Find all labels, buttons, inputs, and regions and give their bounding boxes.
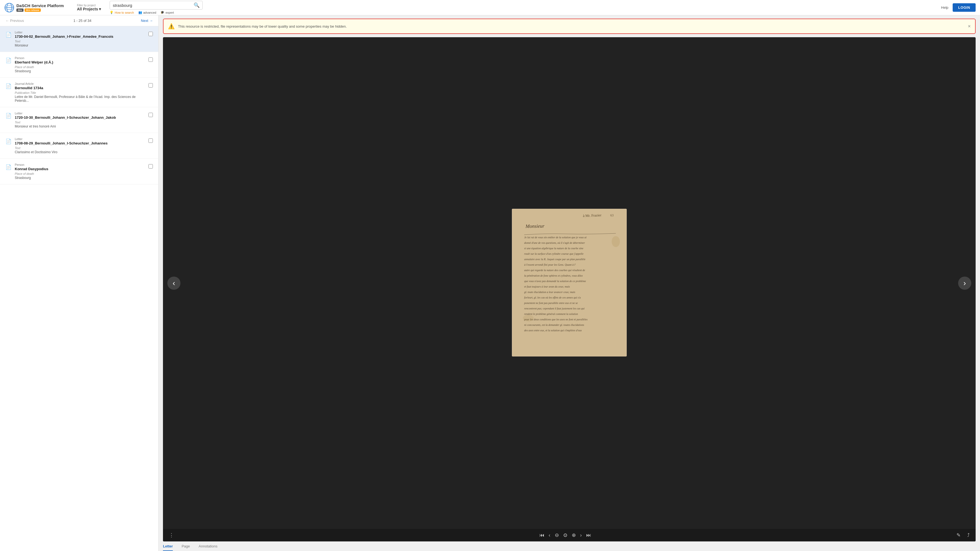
project-filter-dropdown[interactable]: All Projects ▾ <box>77 7 101 11</box>
svg-text:rencontrent pas; cependant il : rencontrent pas; cependant il faut juste… <box>524 307 585 310</box>
svg-text:Monsieur: Monsieur <box>525 223 545 229</box>
svg-rect-5 <box>512 209 626 356</box>
result-title: 1730-04-02_Bernoulli_Johann_I-Frezier_Am… <box>15 35 145 38</box>
list-item[interactable]: 📄 Person Konrad Dasypodius Place of deat… <box>0 159 158 185</box>
list-item[interactable]: 📄 Letter 1720-10-30_Bernoulli_Johann_I-S… <box>0 107 158 133</box>
result-preview: Strasbourg <box>15 69 145 73</box>
viewer-prev-button[interactable]: ‹ <box>167 277 180 290</box>
result-type: Letter <box>15 111 145 115</box>
result-subtitle: Publication Title <box>15 91 145 94</box>
list-item[interactable]: 📄 Person Eberhard Welper (d.Ä.) Place of… <box>0 52 158 78</box>
result-checkbox[interactable] <box>148 164 153 170</box>
result-checkbox-input[interactable] <box>148 113 153 117</box>
results-list: 📄 Letter 1730-04-02_Bernoulli_Johann_I-F… <box>0 26 158 551</box>
document-icon: 📄 <box>5 164 11 170</box>
result-preview: Strasbourg <box>15 176 145 180</box>
result-checkbox-input[interactable] <box>148 32 153 36</box>
tab-page[interactable]: Page <box>181 544 190 551</box>
next-button[interactable]: Next → <box>141 19 153 23</box>
help-link[interactable]: Help <box>941 5 948 10</box>
warning-icon: ⚠️ <box>168 23 175 30</box>
manuscript-wrapper: à Mr. Frazier 63 Monsieur Je lui rai de … <box>512 209 627 358</box>
svg-text:63: 63 <box>610 213 614 217</box>
svg-text:ni concourants, est la demande: ni concourants, est la demander gl. tout… <box>524 323 584 326</box>
document-icon: 📄 <box>5 32 11 38</box>
svg-text:des axes entre eux, et la solu: des axes entre eux, et la solution qui s… <box>524 329 582 332</box>
result-type: Person <box>15 56 145 60</box>
svg-text:que vous n'avez pas demandé la: que vous n'avez pas demandé la solution … <box>524 280 586 283</box>
result-checkbox[interactable] <box>148 57 153 63</box>
search-area: 🔍 💡 How to search 👥 advanced 🎓 expert <box>110 1 203 14</box>
svg-text:Je lui rai de vous sin entêter: Je lui rai de vous sin entêter de la sol… <box>524 236 587 239</box>
search-input-wrapper: 🔍 <box>110 1 203 10</box>
search-input[interactable] <box>113 3 194 8</box>
result-title: Eberhard Welper (d.Ä.) <box>15 60 145 64</box>
result-checkbox-input[interactable] <box>148 83 153 88</box>
list-item[interactable]: 📄 Letter 1730-04-02_Bernoulli_Johann_I-F… <box>0 26 158 52</box>
advanced-search-mode[interactable]: 👥 advanced <box>138 11 156 14</box>
result-checkbox-input[interactable] <box>148 57 153 62</box>
list-item[interactable]: 📄 Letter 1708-08-29_Bernoulli_Johann_I-S… <box>0 133 158 159</box>
result-checkbox[interactable] <box>148 32 153 37</box>
viewer-last-page-button[interactable]: ⏭ <box>585 531 593 539</box>
search-hints: 💡 How to search 👥 advanced 🎓 expert <box>110 11 203 14</box>
svg-text:la pénétration de fone sphères: la pénétration de fone sphères et cylind… <box>524 274 583 277</box>
result-type: Journal Article <box>15 82 145 85</box>
viewer-next-button[interactable]: › <box>958 277 971 290</box>
svg-text:forleurt, gl. les cas où les e: forleurt, gl. les cas où les effets de c… <box>524 296 581 299</box>
result-content: Person Konrad Dasypodius Place of death … <box>15 163 145 180</box>
logo-text: DaSCH Service Platform <box>16 3 64 8</box>
viewer-image-area: ‹ <box>163 37 975 529</box>
result-type: Letter <box>15 137 145 141</box>
toolbar-right: ✎ ⤴ <box>955 531 971 539</box>
result-checkbox[interactable] <box>148 83 153 89</box>
list-item[interactable]: 📄 Journal Article Bernoullid 1734a Publi… <box>0 78 158 107</box>
result-subtitle: Text <box>15 121 145 124</box>
banner-close-button[interactable]: × <box>968 24 971 29</box>
viewer-prev-page-button[interactable]: ‹ <box>547 531 552 539</box>
viewer-container: ‹ <box>163 37 975 541</box>
result-checkbox[interactable] <box>148 139 153 144</box>
tab-annotations[interactable]: Annotations <box>199 544 218 551</box>
viewer-fullscreen-button[interactable]: ⤴ <box>966 531 971 539</box>
pagination-bar: ← Previous 1 - 25 of 34 Next → <box>0 15 158 26</box>
result-title: 1720-10-30_Bernoulli_Johann_I-Scheuchzer… <box>15 115 145 119</box>
viewer-first-page-button[interactable]: ⏮ <box>538 531 546 539</box>
result-checkbox-input[interactable] <box>148 164 153 169</box>
result-subtitle: Text <box>15 147 145 150</box>
viewer-zoom-out-button[interactable]: ⊖ <box>553 531 560 539</box>
viewer-zoom-fit-button[interactable]: ⊙ <box>562 531 569 539</box>
result-type: Person <box>15 163 145 166</box>
result-subtitle: Place of death <box>15 65 145 68</box>
manuscript-image: à Mr. Frazier 63 Monsieur Je lui rai de … <box>512 209 627 357</box>
viewer-next-page-button[interactable]: › <box>579 531 584 539</box>
result-checkbox[interactable] <box>148 113 153 118</box>
svg-text:ponentent ne font pas parallèl: ponentent ne font pas parallèle entre eu… <box>524 301 578 304</box>
result-content: Journal Article Bernoullid 1734a Publica… <box>15 82 145 103</box>
document-icon: 📄 <box>5 113 11 119</box>
login-button[interactable]: LOGIN <box>953 3 975 12</box>
viewer-edit-button[interactable]: ✎ <box>955 531 962 539</box>
people-icon: 👥 <box>138 11 142 14</box>
result-subtitle: Place of death <box>15 172 145 175</box>
previous-button[interactable]: ← Previous <box>5 19 24 23</box>
how-to-search-link[interactable]: 💡 How to search <box>110 11 134 14</box>
expert-search-mode[interactable]: 🎓 expert <box>161 11 174 14</box>
result-checkbox-input[interactable] <box>148 139 153 143</box>
arrow-right-icon: → <box>149 19 153 23</box>
result-content: Letter 1730-04-02_Bernoulli_Johann_I-Fre… <box>15 31 145 47</box>
result-title: 1708-08-29_Bernoulli_Johann_I-Scheuchzer… <box>15 141 145 145</box>
right-panel: ⚠️ This resource is restricted, file rep… <box>159 15 980 551</box>
viewer-zoom-in-button[interactable]: ⊕ <box>570 531 578 539</box>
restriction-banner: ⚠️ This resource is restricted, file rep… <box>163 19 975 34</box>
search-icon[interactable]: 🔍 <box>194 2 200 8</box>
svg-text:rendent le problème général co: rendent le problème général comment la s… <box>524 312 578 315</box>
svg-text:donné d'une de vos questions, : donné d'une de vos questions, où il s'ag… <box>524 241 585 244</box>
result-subtitle: Text <box>15 40 145 43</box>
viewer-tabs: LetterPageAnnotations <box>159 541 980 551</box>
viewer-more-options-button[interactable]: ⋮ <box>167 531 175 539</box>
result-title: Bernoullid 1734a <box>15 86 145 90</box>
svg-text:à Mr. Frazier: à Mr. Frazier <box>583 213 602 218</box>
main-layout: ← Previous 1 - 25 of 34 Next → 📄 Letter … <box>0 15 980 551</box>
tab-letter[interactable]: Letter <box>163 544 173 551</box>
